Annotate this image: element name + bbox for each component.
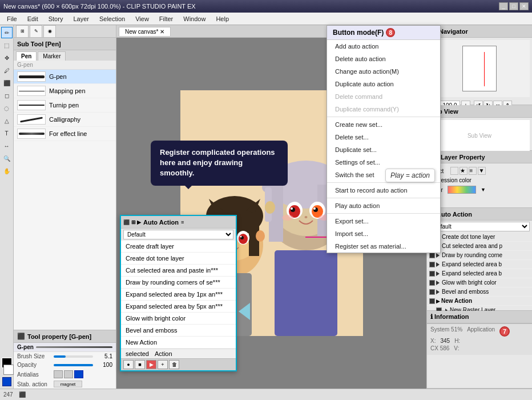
subtool-icon2[interactable]: ✎ [30, 25, 42, 38]
menu-layer[interactable]: Layer [68, 14, 94, 23]
aa-right-item-1[interactable]: Cut selected area and p [427, 242, 532, 251]
subtool-icon3[interactable]: ◉ [43, 25, 56, 38]
dm-delete-set[interactable]: Delete set... [327, 131, 440, 143]
color-swatch[interactable] [2, 377, 11, 386]
stab-magnet[interactable]: magnet [54, 381, 82, 387]
aa-option-2[interactable] [74, 370, 83, 378]
aa-float-item-8[interactable]: New Action [121, 337, 236, 349]
menu-file[interactable]: File [2, 14, 22, 23]
tool-blur[interactable]: ◌ [1, 102, 13, 114]
aa-option-1[interactable] [64, 370, 73, 378]
dm-register-material[interactable]: Register set as material... [327, 240, 440, 253]
dm-start-record[interactable]: Start to record auto action [327, 184, 440, 197]
aa-float-item-5[interactable]: Expand selected area by 5px an*** [121, 301, 236, 313]
tool-shape[interactable]: △ [1, 115, 13, 126]
tab-marker[interactable]: Marker [38, 51, 66, 61]
aa-right-item-6[interactable]: Bevel and emboss [427, 287, 532, 297]
maximize-button[interactable]: □ [509, 2, 518, 10]
tooltip-text: Register complicated operations here and… [160, 148, 275, 177]
aa-float-item-0[interactable]: Create draft layer [121, 241, 236, 253]
status-coords: 247 [3, 391, 13, 398]
effect-btn-4[interactable]: ▼ [478, 167, 486, 175]
aa-right-item-4[interactable]: Expand selected area b [427, 269, 532, 278]
aa-right-item-2[interactable]: Draw by rounding corne [427, 251, 532, 260]
dm-duplicate-set[interactable]: Duplicate set... [327, 143, 440, 156]
background-color[interactable] [3, 365, 14, 375]
tool-pen[interactable]: ✏ [1, 27, 13, 38]
aa-float-item-6[interactable]: Glow with bright color [121, 313, 236, 325]
canvas-tab-main[interactable]: New canvas* ✕ [119, 27, 171, 36]
aa-cb-folder[interactable] [429, 298, 435, 304]
aa-float-menu-icon[interactable]: ≡ [181, 219, 184, 225]
dm-duplicate-auto-action[interactable]: Duplicate auto action [327, 78, 440, 90]
menu-edit[interactable]: Edit [23, 14, 43, 23]
tool-eyedropper[interactable]: 🖊 [1, 65, 13, 76]
tool-selection[interactable]: ⬚ [1, 39, 13, 51]
brush-mapping-pen[interactable]: Mapping pen [14, 84, 116, 98]
close-button[interactable]: ✕ [519, 2, 529, 10]
aa-right-item-5[interactable]: Glow with bright color [427, 278, 532, 287]
information-panel: ℹ Information System 51% Application 7 X… [427, 311, 532, 389]
aa-right-item-0[interactable]: Create dot tone layer [427, 233, 532, 242]
tool-zoom[interactable]: 🔍 [1, 153, 13, 164]
aa-float-dropdown[interactable]: Default [123, 230, 233, 239]
opacity-slider[interactable] [54, 364, 93, 366]
aa-float-item-4[interactable]: Expand selected area by 1px an*** [121, 289, 236, 301]
aa-cb-6[interactable] [429, 289, 435, 295]
brush-g-pen[interactable]: G-pen [14, 70, 116, 84]
aa-float-item-3[interactable]: Draw by rounding corners of se*** [121, 277, 236, 289]
dm-export-set[interactable]: Export set... [327, 215, 440, 227]
aa-float-ctrl-stop[interactable]: ■ [135, 360, 145, 369]
aa-cb-2[interactable] [429, 253, 435, 258]
aa-right-header: ▶ Auto Action [427, 208, 532, 221]
aa-float-item-1[interactable]: Create dot tone layer [121, 253, 236, 265]
menu-story[interactable]: Story [44, 14, 68, 23]
color-dropdown-arrow[interactable]: ▼ [481, 187, 486, 193]
menu-window[interactable]: Window [179, 14, 210, 23]
menu-help[interactable]: Help [211, 14, 233, 23]
tool-hand[interactable]: ✋ [1, 165, 13, 177]
effect-btn-3[interactable]: ≡ [469, 167, 477, 175]
subtool-icon1[interactable]: ⊞ [16, 25, 29, 38]
tool-text[interactable]: T [1, 127, 13, 139]
dm-settings-set[interactable]: Settings of set... [327, 156, 440, 169]
aa-float-item-2[interactable]: Cut selected area and paste in*** [121, 265, 236, 277]
color-swatch-gradient[interactable] [448, 186, 476, 194]
dm-import-set[interactable]: Import set... [327, 227, 440, 240]
aa-right-item-3[interactable]: Expand selected area b [427, 260, 532, 269]
brush-calligraphy[interactable]: Calligraphy [14, 113, 116, 127]
aa-option-0[interactable] [54, 370, 63, 378]
tab-pen[interactable]: Pen [16, 51, 37, 61]
aa-cb-3[interactable] [429, 262, 435, 267]
dm-create-new-set[interactable]: Create new set... [327, 118, 440, 131]
aa-float-ctrl-trash[interactable]: 🗑 [169, 360, 179, 369]
tool-move[interactable]: ✥ [1, 52, 13, 63]
menu-view[interactable]: View [131, 14, 154, 23]
minimize-button[interactable]: _ [499, 2, 508, 10]
aa-float-title: Auto Action [143, 219, 179, 226]
size-slider[interactable] [54, 355, 93, 358]
tool-eraser[interactable]: ◻ [1, 90, 13, 101]
aa-float-ctrl-play[interactable]: ▶ [146, 360, 156, 369]
aa-float-ctrl-record[interactable]: ● [123, 360, 134, 369]
button-mode-badge: 8 [386, 28, 395, 37]
aa-right-item-folder[interactable]: ▶ New Action [427, 297, 532, 306]
prop-stabilizer: Stab. action magnet [14, 379, 116, 389]
menu-filter[interactable]: Filter [155, 14, 178, 23]
effect-btn-1[interactable] [450, 167, 458, 175]
aa-cb-5[interactable] [429, 280, 435, 286]
brush-effect-line[interactable]: For effect line [14, 127, 116, 141]
brush-turnip-pen[interactable]: Turnip pen [14, 98, 116, 113]
dm-play-auto-action[interactable]: Play auto action [327, 199, 440, 212]
tool-fill[interactable]: ⬛ [1, 77, 13, 89]
tool-layer-move[interactable]: ↔ [1, 140, 13, 151]
aa-float-item-7[interactable]: Bevel and emboss [121, 325, 236, 337]
effect-btn-2[interactable]: ★ [460, 167, 467, 175]
dm-change-auto-action[interactable]: Change auto action(M) [327, 65, 440, 78]
aa-right-dropdown[interactable]: Default [429, 222, 530, 231]
aa-float-ctrl-add[interactable]: + [158, 360, 168, 369]
aa-cb-4[interactable] [429, 271, 435, 277]
dm-add-auto-action[interactable]: Add auto action [327, 40, 440, 53]
menu-selection[interactable]: Selection [95, 14, 130, 23]
dm-delete-auto-action[interactable]: Delete auto action [327, 53, 440, 65]
